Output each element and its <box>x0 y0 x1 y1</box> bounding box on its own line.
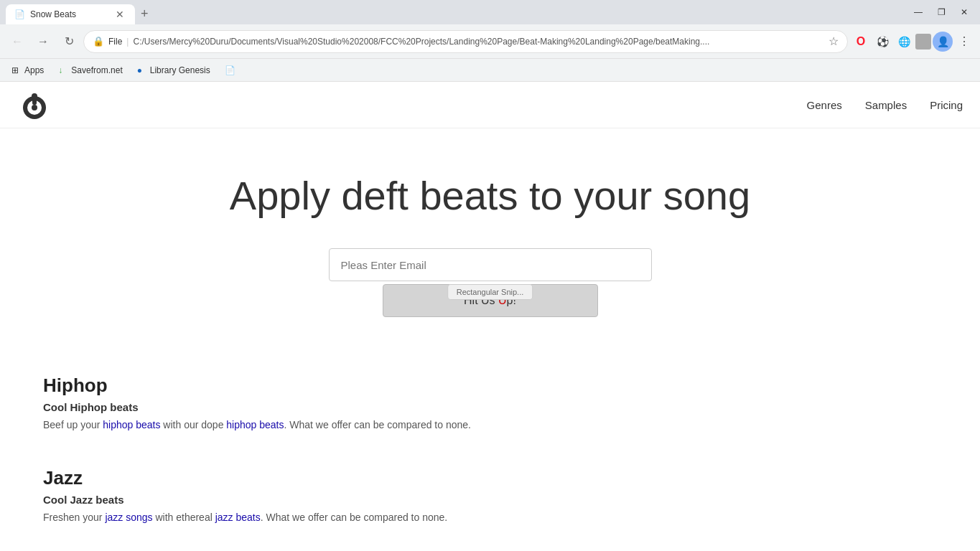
bookmark-savefrom-label: Savefrom.net <box>71 65 122 75</box>
bookmark-savefrom[interactable]: ↓ Savefrom.net <box>52 62 128 78</box>
tooltip-text: Rectangular Snip... <box>457 288 524 296</box>
hero-section: Apply deft beats to your song Rectangula… <box>0 128 980 346</box>
forward-button[interactable]: → <box>32 30 55 53</box>
genre-desc-hiphop: Beef up your hiphop beats with our dope … <box>43 418 937 433</box>
protocol-label: File <box>108 37 122 47</box>
svg-point-2 <box>32 105 37 110</box>
genre-subtitle-jazz: Cool Jazz beats <box>43 494 937 506</box>
bookmark-apps-label: Apps <box>24 65 44 75</box>
minimize-button[interactable]: — <box>908 2 928 22</box>
libgenesis-icon: ● <box>137 65 147 75</box>
svg-rect-4 <box>32 99 37 105</box>
nav-link-genres[interactable]: Genres <box>807 99 842 111</box>
bookmark-libgenesis-label: Library Genesis <box>150 65 210 75</box>
lock-icon: 🔒 <box>93 36 104 47</box>
title-bar: 📄 Snow Beats ✕ + — ❐ ✕ <box>0 0 980 24</box>
extension-gray-icon[interactable] <box>915 34 931 50</box>
close-button[interactable]: ✕ <box>954 2 974 22</box>
genre-subtitle-hiphop: Cool Hiphop beats <box>43 401 937 413</box>
apps-grid-icon: ⊞ <box>11 65 22 75</box>
url-text: C:/Users/Mercy%20Duru/Documents/Visual%2… <box>133 37 824 47</box>
url-bar[interactable]: 🔒 File | C:/Users/Mercy%20Duru/Documents… <box>83 30 848 53</box>
email-form: Rectangular Snip... Hit Us Up! <box>14 248 966 317</box>
bookmark-apps[interactable]: ⊞ Apps <box>6 62 50 78</box>
bookmark-star-icon[interactable]: ☆ <box>829 34 839 48</box>
svg-point-3 <box>32 93 37 99</box>
hiphop-link-2[interactable]: hiphop beats <box>226 419 284 430</box>
hero-title: Apply deft beats to your song <box>14 171 966 220</box>
tab-page-icon: 📄 <box>14 9 24 19</box>
maximize-button[interactable]: ❐ <box>931 2 951 22</box>
bookmark-misc[interactable]: 📄 <box>219 62 241 78</box>
misc-page-icon: 📄 <box>225 65 235 75</box>
page-content: Genres Samples Pricing Apply deft beats … <box>0 82 980 551</box>
browser-tab[interactable]: 📄 Snow Beats ✕ <box>6 4 135 24</box>
genre-title-hiphop: Hiphop <box>43 375 937 397</box>
back-button[interactable]: ← <box>6 30 29 53</box>
tab-close-button[interactable]: ✕ <box>113 8 126 21</box>
browser-window: 📄 Snow Beats ✕ + — ❐ ✕ ← → ↻ 🔒 File | C:… <box>0 0 980 551</box>
address-bar: ← → ↻ 🔒 File | C:/Users/Mercy%20Duru/Doc… <box>0 24 980 59</box>
nav-link-pricing[interactable]: Pricing <box>930 99 963 111</box>
bookmark-libgenesis[interactable]: ● Library Genesis <box>131 62 216 78</box>
browser-menu-button[interactable]: ⋮ <box>954 32 974 52</box>
genres-section: Hiphop Cool Hiphop beats Beef up your hi… <box>0 346 980 551</box>
profile-avatar[interactable]: 👤 <box>933 32 953 52</box>
savefrom-icon: ↓ <box>58 65 68 75</box>
tab-title: Snow Beats <box>30 9 76 19</box>
window-controls: — ❐ ✕ <box>908 2 974 22</box>
genre-desc-jazz: Freshen your jazz songs with ethereal ja… <box>43 510 937 525</box>
site-nav: Genres Samples Pricing <box>0 82 980 128</box>
logo-image <box>17 88 52 122</box>
tooltip-hint: Rectangular Snip... <box>447 284 533 300</box>
hiphop-link-1[interactable]: hiphop beats <box>103 419 160 430</box>
extensions-area: O ⚽ 🌐 👤 ⋮ <box>851 32 974 52</box>
email-input[interactable] <box>329 248 652 281</box>
bookmarks-bar: ⊞ Apps ↓ Savefrom.net ● Library Genesis … <box>0 59 980 82</box>
refresh-button[interactable]: ↻ <box>57 30 80 53</box>
site-logo <box>17 88 52 122</box>
site-nav-links: Genres Samples Pricing <box>807 99 963 111</box>
jazz-link-2[interactable]: jazz beats <box>215 512 261 523</box>
genre-item-jazz: Jazz Cool Jazz beats Freshen your jazz s… <box>43 467 937 525</box>
jazz-link-1[interactable]: jazz songs <box>105 512 152 523</box>
extension-soccer-icon[interactable]: ⚽ <box>872 32 892 52</box>
extension-opera-icon[interactable]: O <box>851 32 871 52</box>
tab-strip: 📄 Snow Beats ✕ + <box>6 0 905 24</box>
new-tab-button[interactable]: + <box>135 4 154 24</box>
extension-globe-icon[interactable]: 🌐 <box>894 32 914 52</box>
nav-link-samples[interactable]: Samples <box>865 99 907 111</box>
genre-title-jazz: Jazz <box>43 467 937 489</box>
genre-item-hiphop: Hiphop Cool Hiphop beats Beef up your hi… <box>43 375 937 433</box>
